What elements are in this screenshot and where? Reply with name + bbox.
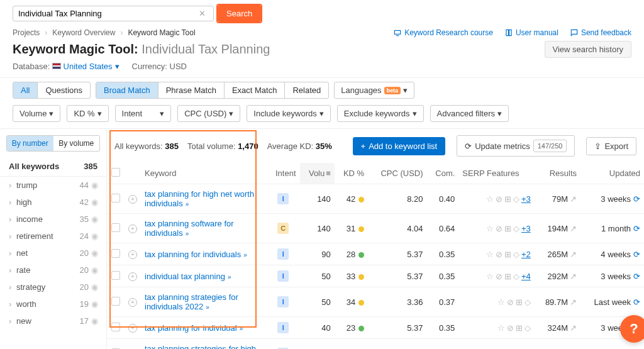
external-icon[interactable]: ↗ [570,224,577,233]
tab-broad-match[interactable]: Broad Match [96,82,158,98]
export-button[interactable]: ⇪Export [586,137,636,155]
match-type-toggle[interactable]: Broad Match Phrase Match Exact Match Rel… [96,82,329,99]
clear-icon[interactable]: ✕ [196,9,208,18]
sidebar-item-retirement[interactable]: ›retirement24◉ [0,228,106,245]
send-feedback-link[interactable]: Send feedback [570,28,631,37]
chevron-right-icon: › [9,265,16,275]
tab-related[interactable]: Related [285,82,328,98]
breadcrumb-overview[interactable]: Keyword Overview [52,28,115,37]
external-icon[interactable]: ↗ [570,250,577,259]
sidebar-by-number[interactable]: By number [7,136,53,151]
refresh-icon[interactable]: ⟳ [633,297,640,307]
eye-icon[interactable]: ◉ [89,316,100,326]
sidebar-item-high[interactable]: ›high42◉ [0,194,106,211]
cpc-filter[interactable]: CPC (USD) ▾ [177,105,240,122]
eye-icon[interactable]: ◉ [89,282,100,292]
sidebar-all-keywords[interactable]: All keywords385 [0,157,106,177]
refresh-icon[interactable]: ⟳ [633,272,640,281]
sidebar-item-income[interactable]: ›income35◉ [0,211,106,228]
sidebar-item-rate[interactable]: ›rate20◉ [0,262,106,279]
user-manual-link[interactable]: User manual [504,28,558,37]
expand-icon[interactable]: + [128,250,137,259]
tab-questions[interactable]: Questions [38,82,90,98]
eye-icon[interactable]: ◉ [89,299,100,309]
sidebar-by-volume[interactable]: By volume [53,136,100,151]
tab-all[interactable]: All [13,82,38,98]
row-checkbox[interactable] [111,297,120,306]
col-intent[interactable]: Intent [267,163,300,184]
expand-icon[interactable]: + [128,195,137,204]
tab-exact-match[interactable]: Exact Match [225,82,286,98]
advanced-filters[interactable]: Advanced filters ▾ [430,105,509,122]
kd-filter[interactable]: KD % ▾ [67,105,108,122]
external-icon[interactable]: ↗ [570,297,577,307]
col-kd[interactable]: KD % [335,163,368,184]
col-serp[interactable]: SERP Features [458,163,534,184]
col-updated[interactable]: Updated [580,163,644,184]
refresh-icon[interactable]: ⟳ [633,224,640,233]
external-icon[interactable]: ↗ [570,323,577,333]
external-icon[interactable]: ↗ [570,272,577,281]
col-volume[interactable]: Volu≡ [300,163,335,184]
cell-serp: ☆⊘⊞◇ [458,287,534,317]
row-checkbox[interactable] [111,223,120,232]
col-keyword[interactable]: Keyword [141,163,267,184]
keyword-course-link[interactable]: Keyword Research course [393,28,493,37]
col-com[interactable]: Com. [427,163,459,184]
keyword-link[interactable]: tax planning for individuals [145,250,241,259]
sidebar-item-worth[interactable]: ›worth19◉ [0,296,106,313]
search-box[interactable]: ✕ [13,6,214,21]
include-keywords-filter[interactable]: Include keywords ▾ [247,105,330,122]
eye-icon[interactable]: ◉ [89,265,100,275]
serp-icon: ⊞ [516,323,523,333]
eye-icon[interactable]: ◉ [89,231,100,241]
refresh-icon[interactable]: ⟳ [633,250,640,259]
view-history-button[interactable]: View search history [545,41,631,58]
update-metrics-button[interactable]: ⟳Update metrics 147/250 [457,135,575,157]
all-questions-toggle[interactable]: All Questions [13,82,91,99]
search-button[interactable]: Search [218,5,261,22]
volume-filter[interactable]: Volume ▾ [13,105,60,122]
eye-icon[interactable]: ◉ [89,248,100,258]
table-row: +tax planning for individual»I40235.370.… [107,317,644,339]
sidebar-item-strategy[interactable]: ›strategy20◉ [0,279,106,296]
chevron-icon: » [240,325,243,332]
chevron-right-icon: › [9,299,16,309]
sidebar-sort-toggle[interactable]: By number By volume [6,135,100,152]
keyword-link[interactable]: tax planning for high net worth individu… [145,189,254,208]
keyword-link[interactable]: tax planning strategies for high networt… [145,344,256,349]
col-cpc[interactable]: CPC (USD) [368,163,426,184]
expand-icon[interactable]: + [128,298,137,307]
row-checkbox[interactable] [111,249,120,258]
keyword-link[interactable]: individual tax planning [145,272,225,281]
expand-icon[interactable]: + [128,324,137,333]
serp-icon: ☆ [497,297,505,307]
refresh-icon[interactable]: ⟳ [633,194,640,204]
col-results[interactable]: Results [535,163,580,184]
select-all-checkbox[interactable] [111,168,120,177]
row-checkbox[interactable] [111,271,120,280]
eye-icon[interactable]: ◉ [89,197,100,207]
search-input[interactable] [18,9,196,18]
row-checkbox[interactable] [111,194,120,202]
breadcrumb-projects[interactable]: Projects [13,28,40,37]
help-fab[interactable]: ? [620,315,644,343]
keyword-link[interactable]: tax planning for individual [145,323,237,333]
sidebar-item-new[interactable]: ›new17◉ [0,313,106,330]
keyword-link[interactable]: tax planning strategies for individuals … [145,292,238,311]
intent-filter[interactable]: Intent ▾ [115,105,172,122]
eye-icon[interactable]: ◉ [89,214,100,224]
add-to-keyword-list-button[interactable]: +Add to keyword list [353,137,446,155]
row-checkbox[interactable] [111,323,120,331]
expand-icon[interactable]: + [128,224,137,233]
sidebar-item-trump[interactable]: ›trump44◉ [0,177,106,194]
exclude-keywords-filter[interactable]: Exclude keywords ▾ [337,105,424,122]
keyword-link[interactable]: tax planning software for individuals [145,219,234,238]
languages-filter[interactable]: Languages beta ▾ [334,82,414,99]
external-icon[interactable]: ↗ [570,194,577,204]
eye-icon[interactable]: ◉ [89,180,100,190]
sidebar-item-net[interactable]: ›net20◉ [0,245,106,262]
expand-icon[interactable]: + [128,272,137,281]
tab-phrase-match[interactable]: Phrase Match [158,82,225,98]
database-country[interactable]: United States ▾ [64,62,119,71]
